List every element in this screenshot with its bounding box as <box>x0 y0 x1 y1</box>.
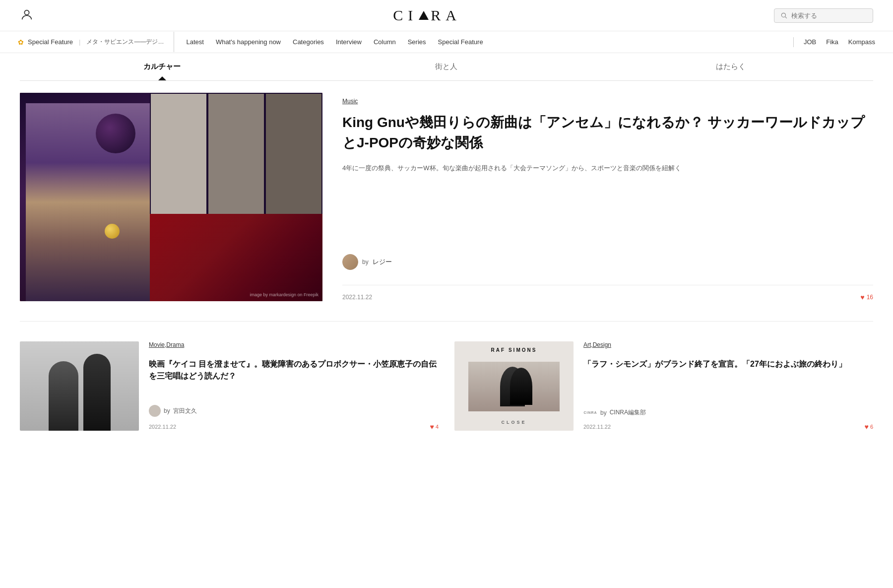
card-likes-keiko[interactable]: ♥ 4 <box>430 423 439 431</box>
user-icon-area[interactable] <box>20 8 79 23</box>
heart-icon-raf: ♥ <box>865 423 869 431</box>
collage-ball <box>105 224 120 239</box>
tab-culture[interactable]: カルチャー <box>20 53 304 80</box>
card-date-keiko: 2022.11.22 <box>149 424 176 430</box>
featured-content: Music King Gnuや幾田りらの新曲は「アンセム」になれるか？ サッカー… <box>342 93 873 301</box>
raf-close-label: CLOSE <box>501 420 526 425</box>
collage-figure-bottom <box>150 214 322 301</box>
category-tabs: カルチャー 街と人 はたらく <box>20 53 873 81</box>
search-icon <box>780 12 787 19</box>
card-likes-raf[interactable]: ♥ 6 <box>865 423 873 431</box>
special-feature-icon: ✿ <box>18 38 24 46</box>
nav-item-interview[interactable]: Interview <box>336 31 362 53</box>
user-icon <box>20 8 34 22</box>
card-author-name-raf[interactable]: CINRA編集部 <box>610 408 646 417</box>
tab-work[interactable]: はたらく <box>589 53 873 80</box>
raf-brand-top: RAF SIMONS <box>491 347 537 353</box>
card-title-keiko: 映画『ケイコ 目を澄ませて』。聴覚障害のあるプロボクサー・小笠原恵子の自伝を三宅… <box>149 358 439 382</box>
heart-icon-keiko: ♥ <box>430 423 434 431</box>
header: C I R A <box>0 0 893 31</box>
featured-category[interactable]: Music <box>342 98 873 105</box>
nav-sub-items: JOB Fika Kompass <box>796 38 883 46</box>
card-avatar-keiko <box>149 405 161 417</box>
featured-author-name[interactable]: レジー <box>373 258 392 266</box>
nav-item-job[interactable]: JOB <box>804 38 816 46</box>
svg-point-0 <box>24 10 29 14</box>
person-2 <box>83 354 111 431</box>
featured-likes[interactable]: ♥ 16 <box>860 293 873 301</box>
featured-article-meta: 2022.11.22 ♥ 16 <box>342 285 873 301</box>
logo-triangle-icon <box>419 11 429 20</box>
svg-line-2 <box>785 17 787 18</box>
card-category-keiko[interactable]: Movie,Drama <box>149 341 439 348</box>
person-1 <box>49 361 78 431</box>
heart-icon: ♥ <box>860 293 864 301</box>
nav-item-special-feature[interactable]: Special Feature <box>438 31 483 53</box>
nav-separator: | <box>79 38 80 46</box>
card-likes-count-raf: 6 <box>870 424 873 430</box>
card-likes-count-keiko: 4 <box>436 424 439 430</box>
card-meta-raf: 2022.11.22 ♥ 6 <box>583 423 873 431</box>
featured-image[interactable]: image by markardesign on Freepik <box>20 93 322 301</box>
card-author-by-keiko: by <box>164 407 170 414</box>
featured-collage <box>20 93 322 301</box>
featured-avatar-image <box>342 254 358 270</box>
nav-main-items: Latest What's happening now Categories I… <box>174 31 791 53</box>
cinra-brand-small: CINRA <box>583 411 597 414</box>
card-image-keiko[interactable] <box>20 341 139 431</box>
raf-figure-2 <box>510 368 532 405</box>
featured-article: image by markardesign on Freepik Music K… <box>20 93 873 322</box>
featured-author-row: by レジー <box>342 254 873 270</box>
special-feature-nav-label: Special Feature <box>28 38 73 46</box>
articles-grid: Movie,Drama 映画『ケイコ 目を澄ませて』。聴覚障害のあるプロボクサー… <box>20 341 873 431</box>
card-content-keiko: Movie,Drama 映画『ケイコ 目を澄ませて』。聴覚障害のあるプロボクサー… <box>149 341 439 431</box>
nav-item-kompass[interactable]: Kompass <box>848 38 875 46</box>
card-author-raf: CINRA by CINRA編集部 <box>583 408 873 417</box>
main-content: image by markardesign on Freepik Music K… <box>0 81 893 443</box>
featured-date: 2022.11.22 <box>342 294 372 301</box>
featured-image-caption: image by markardesign on Freepik <box>250 292 319 297</box>
nav-item-whats-happening[interactable]: What's happening now <box>216 31 281 53</box>
nav-item-column[interactable]: Column <box>374 31 396 53</box>
search-input[interactable] <box>791 12 861 19</box>
article-card-raf: RAF SIMONS CLOSE Art,Design 「ラフ・シモンズ」がブラ… <box>454 341 873 431</box>
cinra-logo-avatar: CINRA <box>583 409 597 417</box>
card-author-by-raf: by <box>600 409 607 416</box>
raf-photo-area <box>468 362 560 411</box>
card-author-keiko: by 宮田文久 <box>149 405 439 417</box>
special-feature-article-title: メタ・サピエンス——デジタルとリア, <box>86 38 166 46</box>
nav-vertical-divider <box>793 37 794 47</box>
card-image-raf[interactable]: RAF SIMONS CLOSE <box>454 341 574 431</box>
site-logo[interactable]: C I R A <box>393 7 460 24</box>
collage-grid <box>150 93 322 218</box>
featured-author-by: by <box>362 259 369 265</box>
tab-city-people[interactable]: 街と人 <box>304 53 588 80</box>
special-feature-nav[interactable]: ✿ Special Feature | メタ・サピエンス——デジタルとリア, <box>10 32 174 52</box>
card-date-raf: 2022.11.22 <box>583 424 611 430</box>
featured-title: King Gnuや幾田りらの新曲は「アンセム」になれるか？ サッカーワールドカッ… <box>342 113 873 153</box>
featured-likes-count: 16 <box>867 294 873 301</box>
collage-sphere <box>96 114 135 153</box>
navigation-bar: ✿ Special Feature | メタ・サピエンス——デジタルとリア, L… <box>0 31 893 53</box>
nav-item-series[interactable]: Series <box>408 31 426 53</box>
featured-author-avatar <box>342 254 358 270</box>
raf-image-placeholder: RAF SIMONS CLOSE <box>454 341 574 431</box>
nav-item-latest[interactable]: Latest <box>186 31 203 53</box>
svg-point-1 <box>781 13 785 17</box>
search-box[interactable] <box>774 8 873 23</box>
article-card-keiko: Movie,Drama 映画『ケイコ 目を澄ませて』。聴覚障害のあるプロボクサー… <box>20 341 439 431</box>
card-category-raf[interactable]: Art,Design <box>583 341 873 348</box>
featured-excerpt: 4年に一度の祭典、サッカーW杯。旬な楽曲が起用される「大会テーマソング」から、ス… <box>342 163 873 174</box>
card-meta-keiko: 2022.11.22 ♥ 4 <box>149 423 439 431</box>
card-title-raf: 「ラフ・シモンズ」がブランド終了を宣言。「27年におよぶ旅の終わり」 <box>583 358 873 370</box>
movie-persons-visual <box>20 341 139 431</box>
nav-item-fika[interactable]: Fika <box>826 38 838 46</box>
card-author-name-keiko[interactable]: 宮田文久 <box>173 407 197 415</box>
card-content-raf: Art,Design 「ラフ・シモンズ」がブランド終了を宣言。「27年におよぶ旅… <box>583 341 873 431</box>
nav-item-categories[interactable]: Categories <box>293 31 324 53</box>
